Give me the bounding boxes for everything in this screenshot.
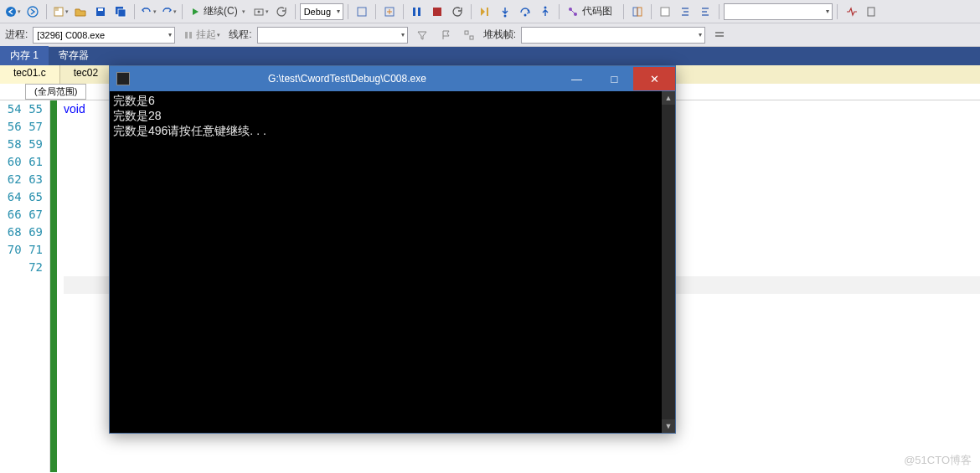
process-label: 进程: <box>5 28 28 42</box>
panel-tabstrip: 内存 1 寄存器 <box>0 47 980 65</box>
restart-button[interactable] <box>448 3 467 21</box>
new-item-button[interactable]: ▾ <box>51 3 70 21</box>
svg-rect-11 <box>413 8 415 16</box>
line-gutter: 54 55 56 57 58 59 60 61 62 63 64 65 66 6… <box>0 100 50 472</box>
tool-icon-4[interactable] <box>656 3 674 21</box>
close-button[interactable]: ✕ <box>633 67 675 90</box>
svg-rect-23 <box>868 8 874 16</box>
svg-rect-13 <box>433 8 441 16</box>
console-title: G:\test\CwordTest\Debug\C008.exe <box>137 73 558 85</box>
open-button[interactable] <box>71 3 90 21</box>
suspend-button[interactable]: 挂起▾ <box>180 26 224 44</box>
continue-button[interactable]: 继续(C)▾ <box>187 3 250 21</box>
process-combo[interactable]: [3296] C008.exe <box>33 27 175 44</box>
step-into-button[interactable] <box>496 3 514 21</box>
svg-rect-22 <box>661 8 669 16</box>
thread-combo[interactable] <box>257 27 408 44</box>
nav-forward-button[interactable] <box>23 3 42 21</box>
tool-icon-2[interactable] <box>380 3 399 21</box>
console-window: G:\test\CwordTest\Debug\C008.exe — □ ✕ 完… <box>109 65 676 434</box>
svg-point-0 <box>6 7 16 17</box>
svg-rect-20 <box>633 8 637 16</box>
svg-rect-14 <box>487 8 488 16</box>
svg-rect-25 <box>189 32 192 39</box>
debug-target-button[interactable]: ▾ <box>252 3 271 21</box>
svg-rect-21 <box>637 8 642 16</box>
svg-point-8 <box>258 10 260 13</box>
show-next-statement-button[interactable] <box>476 3 494 21</box>
svg-rect-6 <box>118 9 126 17</box>
tab-registers[interactable]: 寄存器 <box>49 46 99 65</box>
svg-point-15 <box>504 14 507 17</box>
redo-button[interactable]: ▾ <box>159 3 178 21</box>
tool-icon-1[interactable] <box>353 3 371 21</box>
console-icon <box>116 72 130 85</box>
save-all-button[interactable] <box>111 3 130 21</box>
svg-rect-28 <box>715 32 724 33</box>
main-toolbar: ▾ ▾ ▾ ▾ 继续(C)▾ ▾ Debug 代码图 <box>0 0 980 23</box>
svg-rect-26 <box>465 31 468 34</box>
svg-rect-12 <box>418 8 420 16</box>
stack-combo[interactable] <box>521 27 705 44</box>
debug-process-bar: 进程: [3296] C008.exe 挂起▾ 线程: 堆栈帧: <box>0 23 980 47</box>
outdent-button[interactable] <box>696 3 714 21</box>
config-combo[interactable]: Debug <box>300 3 343 20</box>
svg-point-17 <box>544 6 547 8</box>
step-out-button[interactable] <box>536 3 554 21</box>
save-button[interactable] <box>91 3 110 21</box>
file-tab-tec01[interactable]: tec01.c <box>0 65 60 84</box>
scope-dropdown[interactable]: (全局范围) <box>25 84 86 100</box>
tool-icon-3[interactable] <box>628 3 647 21</box>
svg-rect-9 <box>358 8 366 16</box>
stack-label: 堆栈帧: <box>483 28 516 42</box>
svg-rect-4 <box>98 8 103 11</box>
stop-button[interactable] <box>428 3 446 21</box>
file-tab-tec02[interactable]: tec02 <box>60 65 112 84</box>
change-marker <box>50 100 57 472</box>
console-body[interactable]: 完数是6完数是28完数是496请按任意键继续. . . ▲ ▼ <box>110 91 675 433</box>
thread-group-icon[interactable] <box>460 26 478 44</box>
scroll-up-icon[interactable]: ▲ <box>662 91 675 105</box>
pause-button[interactable] <box>408 3 426 21</box>
undo-button[interactable]: ▾ <box>139 3 157 21</box>
scroll-down-icon[interactable]: ▼ <box>662 419 675 433</box>
thread-filter-icon[interactable] <box>413 26 431 44</box>
tab-memory1[interactable]: 内存 1 <box>0 46 49 65</box>
console-scrollbar[interactable]: ▲ ▼ <box>662 91 675 433</box>
thread-label: 线程: <box>229 28 251 42</box>
watermark: @51CTO博客 <box>904 453 972 468</box>
thread-flag-icon[interactable] <box>436 26 455 44</box>
console-titlebar[interactable]: G:\test\CwordTest\Debug\C008.exe — □ ✕ <box>110 66 675 91</box>
step-over-button[interactable] <box>516 3 534 21</box>
minimize-button[interactable]: — <box>558 67 596 90</box>
svg-point-16 <box>524 13 527 16</box>
tool-icon-6[interactable] <box>862 3 880 21</box>
svg-rect-24 <box>185 32 188 39</box>
maximize-button[interactable]: □ <box>596 67 633 90</box>
codemap-button[interactable]: 代码图 <box>564 3 619 21</box>
indent-button[interactable] <box>676 3 694 21</box>
refresh-debug-button[interactable] <box>272 3 291 21</box>
nav-back-button[interactable]: ▾ <box>3 3 22 21</box>
svg-rect-29 <box>715 35 724 37</box>
stack-tool-icon[interactable] <box>710 26 729 44</box>
tool-icon-5[interactable] <box>842 3 860 21</box>
svg-point-1 <box>28 7 38 17</box>
svg-rect-27 <box>470 36 473 39</box>
empty-combo-1[interactable] <box>724 3 833 20</box>
